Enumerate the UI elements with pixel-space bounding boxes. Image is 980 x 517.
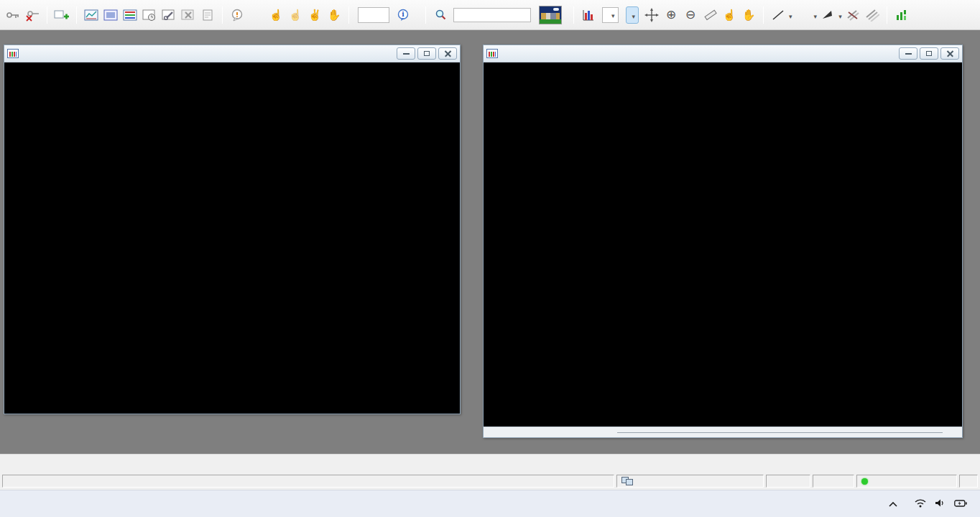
hand-cancel-icon[interactable]: ☝: [287, 6, 304, 24]
ruler-icon[interactable]: [701, 6, 718, 24]
status-bar: [0, 472, 980, 490]
quotes-table-icon[interactable]: [121, 6, 139, 24]
alert-balloon-icon[interactable]: [228, 6, 246, 24]
search-icon[interactable]: [432, 6, 449, 24]
price-chart-canvas-left[interactable]: [5, 64, 221, 172]
window-history-icon[interactable]: [141, 6, 158, 24]
time-axis: [484, 176, 962, 190]
chevron-down-icon[interactable]: [814, 9, 818, 22]
wifi-icon[interactable]: [915, 498, 926, 511]
chart-legend: [5, 174, 460, 175]
trading-terminal-screen: ☝ ☝ ✌ ✋ i ⊕ ⊖ ☝ ✋: [0, 0, 980, 517]
window-titlebar[interactable]: [484, 45, 962, 62]
horizontal-scrollbar[interactable]: [484, 427, 962, 437]
chart-window-right[interactable]: [483, 45, 963, 438]
window-titlebar[interactable]: [4, 45, 460, 62]
properties-icon[interactable]: [199, 6, 216, 24]
zoom-out-icon[interactable]: ⊖: [682, 6, 699, 24]
status-cell-empty: [959, 475, 978, 488]
mdi-workspace: [0, 30, 980, 454]
volume-icon[interactable]: [935, 498, 946, 511]
crosshair-plus-button[interactable]: [626, 6, 639, 24]
minimize-button[interactable]: [397, 47, 415, 60]
chart-window-icon: [7, 49, 19, 58]
status-cell-empty: [813, 475, 854, 488]
chart-body: [4, 62, 460, 414]
toolbar-separator: [763, 6, 764, 24]
new-window-icon[interactable]: [53, 6, 70, 24]
disconnect-key-icon[interactable]: [24, 6, 41, 24]
chart-body: [484, 62, 962, 437]
connection-status: [616, 475, 764, 488]
toolbar-separator: [348, 6, 349, 24]
text-tool-icon[interactable]: [248, 6, 265, 24]
price-chart-canvas-right[interactable]: [484, 64, 700, 172]
hand-grab-icon[interactable]: ✋: [325, 6, 343, 24]
restore-button[interactable]: [417, 47, 436, 60]
chevron-down-icon: [632, 9, 636, 22]
svg-text:i: i: [402, 11, 405, 18]
delete-all-drawings-icon[interactable]: [864, 6, 881, 24]
status-cell-empty: [766, 475, 810, 488]
minimize-button[interactable]: [899, 47, 917, 60]
volume-histogram-icon[interactable]: [580, 6, 597, 24]
toolbar-separator: [425, 6, 426, 24]
windows-taskbar: [0, 490, 980, 517]
chart-image-icon[interactable]: [102, 6, 119, 24]
connect-key-icon[interactable]: [4, 6, 22, 24]
toolbar-separator: [222, 6, 223, 24]
chart-window-icon[interactable]: [83, 6, 100, 24]
toolbar-separator: [47, 6, 47, 24]
hand-pointer-icon[interactable]: ☝: [267, 6, 285, 24]
chart-window-left[interactable]: [4, 45, 461, 414]
grab-hand-icon[interactable]: ✋: [740, 6, 757, 24]
hand-two-fingers-icon[interactable]: ✌: [306, 6, 323, 24]
chart-legend: [484, 174, 962, 175]
trendline-tool-icon[interactable]: [769, 6, 787, 24]
timeframe-select[interactable]: [602, 7, 619, 23]
terminal-thumbnail-button[interactable]: [539, 6, 562, 24]
new-chart-icon[interactable]: [893, 6, 910, 24]
pointer-hand-icon[interactable]: ☝: [721, 6, 738, 24]
close-button[interactable]: [940, 47, 959, 60]
tray-chevron-icon[interactable]: [889, 499, 897, 510]
battery-icon[interactable]: [954, 498, 967, 511]
marker-tool-icon[interactable]: [819, 6, 836, 24]
connection-ok-icon: [861, 478, 868, 485]
window-settings-icon[interactable]: [160, 6, 177, 24]
close-button[interactable]: [438, 47, 457, 60]
chevron-down-icon[interactable]: [789, 9, 792, 22]
toolbar-separator: [887, 6, 887, 24]
window-counter: [358, 7, 389, 23]
delete-drawing-icon[interactable]: [844, 6, 861, 24]
font-tool-button[interactable]: [795, 6, 812, 24]
session-date-cell: [856, 475, 957, 488]
restore-button[interactable]: [920, 47, 938, 60]
main-toolbar: ☝ ☝ ✌ ✋ i ⊕ ⊖ ☝ ✋: [0, 0, 980, 30]
toolbar-separator: [76, 6, 77, 24]
zoom-in-icon[interactable]: ⊕: [662, 6, 680, 24]
chevron-down-icon[interactable]: [838, 9, 842, 22]
chart-window-icon: [486, 49, 498, 58]
search-input[interactable]: [453, 8, 531, 22]
info-balloon-icon[interactable]: i: [394, 6, 412, 24]
network-icon: [621, 477, 633, 485]
toolbar-separator: [573, 6, 574, 24]
pan-tool-icon[interactable]: [643, 6, 660, 24]
time-axis: [5, 176, 460, 190]
chevron-down-icon: [611, 10, 615, 20]
window-close-icon[interactable]: [180, 6, 197, 24]
status-cell-empty: [2, 475, 614, 488]
system-tray: [889, 490, 976, 517]
sheet-tabs: [0, 454, 980, 472]
